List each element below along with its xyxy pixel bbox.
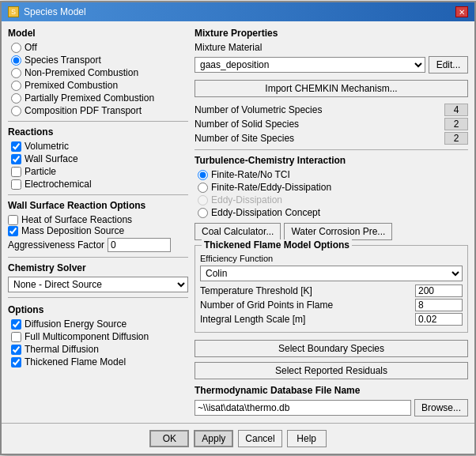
edit-button[interactable]: Edit...: [429, 56, 468, 73]
close-button[interactable]: ✕: [455, 6, 468, 17]
mixture-properties-title: Mixture Properties: [195, 28, 468, 39]
model-label-off: Off: [25, 42, 37, 53]
bottom-bar: OK Apply Cancel Help: [2, 423, 474, 454]
thickened-flame-title: Thickened Flame Model Options: [202, 239, 352, 251]
left-panel: Model Off Species Transport Non-Premixed…: [8, 28, 188, 416]
reaction-volumetric-check[interactable]: [11, 141, 21, 152]
select-boundary-species-button[interactable]: Select Boundary Species: [195, 340, 468, 357]
reaction-particle[interactable]: Particle: [11, 166, 188, 177]
right-panel: Mixture Properties Mixture Material gaas…: [195, 28, 468, 416]
model-option-off[interactable]: Off: [11, 42, 188, 53]
cancel-button[interactable]: Cancel: [238, 430, 281, 447]
option-thermal-diffusion-check[interactable]: [11, 345, 21, 355]
calc-row: Coal Calculator... Water Corrosion Pre..…: [195, 223, 468, 240]
turb-label-finite-rate-eddy: Finite-Rate/Eddy-Dissipation: [211, 182, 331, 193]
model-label-non-premixed: Non-Premixed Combustion: [25, 67, 138, 78]
model-radio-off[interactable]: [11, 43, 21, 53]
solid-species-row: Number of Solid Species: [195, 118, 468, 130]
title-bar: S Species Model ✕: [2, 2, 474, 21]
option-diffusion-energy-check[interactable]: [11, 319, 21, 330]
model-radio-composition-pdf[interactable]: [11, 106, 21, 116]
option-thickened-flame[interactable]: Thickened Flame Model: [11, 356, 188, 367]
model-option-non-premixed[interactable]: Non-Premixed Combustion: [11, 67, 188, 78]
model-radio-species-transport[interactable]: [11, 55, 21, 66]
species-model-dialog: S Species Model ✕ Model Off Species Tran…: [0, 1, 476, 455]
options-section: Options Diffusion Energy Source Full Mul…: [8, 304, 188, 367]
turb-eddy-dissipation-concept[interactable]: Eddy-Dissipation Concept: [198, 207, 468, 218]
turb-radio-finite-rate-no-tci[interactable]: [198, 170, 208, 180]
turb-radio-eddy-dissipation-concept[interactable]: [198, 208, 208, 218]
heat-surface-reactions-label: Heat of Surface Reactions: [21, 214, 132, 225]
aggressiveness-row: Aggressiveness Factor: [8, 238, 188, 252]
integral-length-input[interactable]: [415, 313, 463, 326]
ok-button[interactable]: OK: [149, 430, 189, 447]
heat-surface-reactions-check[interactable]: [8, 215, 18, 225]
option-full-multicomponent-check[interactable]: [11, 332, 21, 342]
heat-surface-reactions[interactable]: Heat of Surface Reactions: [8, 214, 188, 225]
option-thickened-flame-check[interactable]: [11, 357, 21, 367]
select-reported-residuals-button[interactable]: Select Reported Residuals: [195, 362, 468, 379]
volumetric-species-label: Number of Volumetric Species: [195, 104, 322, 115]
volumetric-species-row: Number of Volumetric Species: [195, 104, 468, 116]
apply-button[interactable]: Apply: [194, 430, 233, 447]
turb-finite-rate-eddy[interactable]: Finite-Rate/Eddy-Dissipation: [198, 182, 468, 193]
reaction-particle-label: Particle: [25, 166, 56, 177]
mass-deposition-check[interactable]: [8, 226, 18, 236]
reaction-particle-check[interactable]: [11, 167, 21, 177]
turb-radio-finite-rate-eddy[interactable]: [198, 183, 208, 193]
thermo-db-row: Browse...: [195, 399, 468, 416]
reaction-wall-surface-label: Wall Surface: [25, 153, 78, 164]
options-check-group: Diffusion Energy Source Full Multicompon…: [11, 318, 188, 367]
turb-label-finite-rate-no-tci: Finite-Rate/No TCI: [211, 169, 290, 180]
mixture-material-select[interactable]: gaas_deposition: [195, 57, 425, 73]
volumetric-species-value: [444, 104, 468, 116]
reaction-electrochemical[interactable]: Electrochemical: [11, 179, 188, 190]
browse-button[interactable]: Browse...: [414, 399, 468, 416]
mass-deposition-label: Mass Deposition Source: [21, 225, 124, 236]
coal-calculator-button[interactable]: Coal Calculator...: [195, 223, 281, 240]
import-chemkin-button[interactable]: Import CHEMKIN Mechanism...: [195, 80, 468, 97]
wall-surface-options-title: Wall Surface Reaction Options: [8, 200, 188, 211]
reaction-wall-surface-check[interactable]: [11, 154, 21, 164]
thermo-db-input[interactable]: [195, 400, 411, 416]
model-radio-non-premixed[interactable]: [11, 68, 21, 78]
temp-threshold-input[interactable]: [415, 285, 463, 297]
model-label-species-transport: Species Transport: [25, 55, 101, 66]
integral-length-label: Integral Length Scale [m]: [200, 314, 305, 325]
reaction-electrochemical-label: Electrochemical: [25, 179, 92, 190]
help-button[interactable]: Help: [287, 430, 327, 447]
aggressiveness-input[interactable]: [108, 238, 171, 252]
model-option-composition-pdf[interactable]: Composition PDF Transport: [11, 105, 188, 116]
efficiency-function-select[interactable]: Colin Charlette None: [200, 266, 463, 281]
turb-eddy-dissipation: Eddy-Dissipation: [198, 194, 468, 205]
efficiency-function-label: Efficiency Function: [200, 254, 463, 263]
turb-label-eddy-dissipation: Eddy-Dissipation: [211, 194, 282, 205]
model-label-partially-premixed: Partially Premixed Combustion: [25, 92, 154, 104]
integral-length-row: Integral Length Scale [m]: [200, 313, 463, 326]
turb-finite-rate-no-tci[interactable]: Finite-Rate/No TCI: [198, 169, 468, 180]
mass-deposition-source[interactable]: Mass Deposition Source: [8, 225, 188, 236]
option-thermal-diffusion[interactable]: Thermal Diffusion: [11, 344, 188, 355]
model-radio-premixed[interactable]: [11, 81, 21, 91]
chemistry-solver-select[interactable]: None - Direct Source ISAT Directly Coupl…: [8, 277, 188, 292]
grid-points-input[interactable]: [415, 299, 463, 311]
site-species-value: [444, 132, 468, 145]
model-radio-partially-premixed[interactable]: [11, 93, 21, 104]
dialog-title: Species Model: [24, 6, 86, 17]
reaction-electrochemical-check[interactable]: [11, 179, 21, 190]
reaction-volumetric-label: Volumetric: [25, 141, 69, 152]
option-diffusion-energy[interactable]: Diffusion Energy Source: [11, 318, 188, 330]
model-option-partially-premixed[interactable]: Partially Premixed Combustion: [11, 92, 188, 104]
wall-surface-options: Heat of Surface Reactions Mass Depositio…: [8, 214, 188, 252]
option-thermal-diffusion-label: Thermal Diffusion: [25, 344, 99, 355]
option-full-multicomponent[interactable]: Full Multicomponent Diffusion: [11, 331, 188, 342]
solid-species-label: Number of Solid Species: [195, 119, 299, 130]
reaction-wall-surface[interactable]: Wall Surface: [11, 153, 188, 164]
grid-points-row: Number of Grid Points in Flame: [200, 299, 463, 311]
water-corrosion-button[interactable]: Water Corrosion Pre...: [284, 223, 392, 240]
model-option-premixed[interactable]: Premixed Combustion: [11, 80, 188, 91]
reaction-volumetric[interactable]: Volumetric: [11, 141, 188, 152]
turb-label-eddy-dissipation-concept: Eddy-Dissipation Concept: [211, 207, 320, 218]
thickened-flame-options: Thickened Flame Model Options Efficiency…: [195, 245, 468, 333]
model-option-species-transport[interactable]: Species Transport: [11, 55, 188, 66]
